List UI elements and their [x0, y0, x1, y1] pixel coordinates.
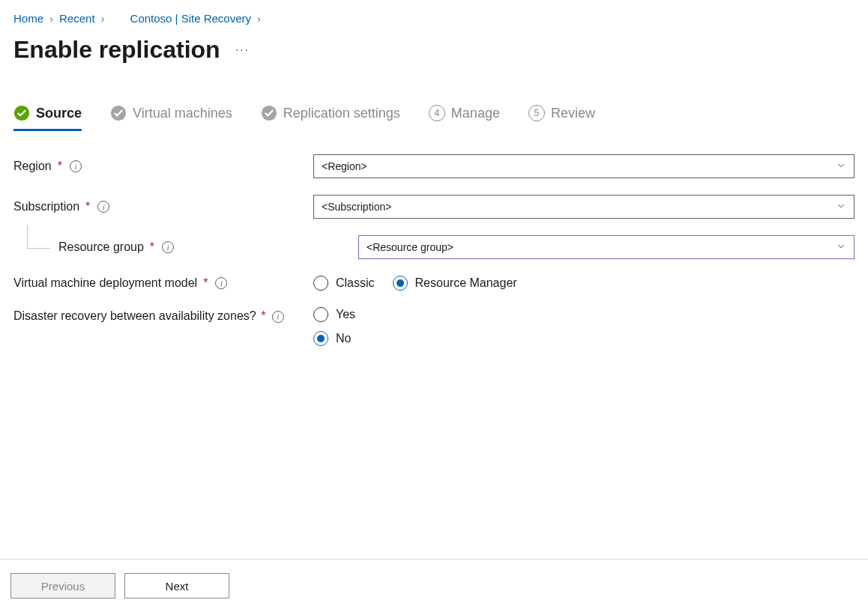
chevron-right-icon: › [256, 12, 262, 25]
step-manage-label: Manage [451, 106, 500, 121]
radio-icon [313, 276, 328, 291]
page-title: Enable replication [13, 36, 220, 64]
breadcrumb-home[interactable]: Home [13, 12, 43, 25]
chevron-down-icon [836, 241, 846, 254]
radio-classic-label: Classic [336, 276, 375, 290]
region-value: <Region> [322, 160, 367, 172]
radio-no-label: No [336, 332, 351, 345]
subscription-select[interactable]: <Subscription> [313, 195, 855, 219]
step-review[interactable]: 5 Review [528, 105, 595, 131]
resource-group-value: <Resource group> [367, 241, 453, 253]
resource-group-label: Resource group [58, 240, 144, 254]
info-icon[interactable]: i [215, 277, 227, 289]
chevron-down-icon [836, 201, 846, 213]
breadcrumb-recent[interactable]: Recent [59, 12, 95, 25]
info-icon[interactable]: i [97, 201, 109, 213]
radio-yes-label: Yes [336, 308, 355, 321]
deployment-model-label: Virtual machine deployment model [13, 276, 197, 290]
resource-group-select[interactable]: <Resource group> [358, 235, 855, 259]
region-select[interactable]: <Region> [313, 154, 855, 178]
step-vms-label: Virtual machines [133, 106, 232, 121]
radio-classic[interactable]: Classic [313, 276, 375, 291]
check-circle-icon [13, 105, 30, 121]
subscription-label: Subscription [13, 200, 79, 213]
breadcrumb: Home › Recent › Contoso | Site Recovery … [13, 7, 855, 28]
step-number-icon: 4 [429, 105, 445, 121]
radio-icon [393, 276, 408, 291]
chevron-down-icon [836, 160, 846, 173]
required-asterisk: * [85, 200, 90, 213]
step-manage[interactable]: 4 Manage [429, 105, 500, 131]
check-circle-icon [261, 105, 277, 121]
required-asterisk: * [203, 276, 208, 290]
radio-icon [313, 331, 328, 346]
radio-no[interactable]: No [313, 331, 351, 346]
radio-resource-manager[interactable]: Resource Manager [393, 276, 517, 291]
step-replication-settings[interactable]: Replication settings [261, 105, 400, 131]
required-asterisk: * [150, 240, 154, 254]
radio-icon [313, 307, 328, 322]
step-review-label: Review [551, 106, 595, 121]
radio-rm-label: Resource Manager [415, 276, 517, 290]
required-asterisk: * [261, 309, 265, 322]
step-replication-label: Replication settings [283, 106, 400, 121]
wizard-footer: Previous Next [10, 573, 229, 599]
check-circle-icon [110, 105, 127, 121]
breadcrumb-vault[interactable]: Contoso | Site Recovery [130, 12, 251, 25]
radio-yes[interactable]: Yes [313, 307, 355, 322]
dr-zones-label: Disaster recovery between availability z… [13, 309, 256, 322]
next-button[interactable]: Next [124, 573, 229, 599]
chevron-right-icon: › [100, 12, 106, 25]
dr-zones-radio-group: Yes No [313, 307, 855, 346]
step-number-icon: 5 [528, 105, 545, 121]
step-source[interactable]: Source [13, 105, 82, 131]
region-label: Region [13, 160, 52, 173]
previous-button: Previous [10, 573, 115, 599]
hierarchy-elbow-icon [27, 225, 50, 249]
footer-separator [0, 559, 868, 560]
wizard-steps: Source Virtual machines Replication sett… [13, 105, 855, 132]
info-icon[interactable]: i [272, 311, 284, 323]
deployment-model-radio-group: Classic Resource Manager [313, 276, 855, 291]
subscription-value: <Subscription> [322, 201, 391, 213]
info-icon[interactable]: i [70, 160, 82, 172]
chevron-right-icon: › [48, 12, 55, 25]
info-icon[interactable]: i [162, 241, 174, 253]
step-source-label: Source [36, 106, 82, 121]
required-asterisk: * [58, 160, 62, 173]
more-actions-icon[interactable]: ··· [235, 43, 250, 57]
step-virtual-machines[interactable]: Virtual machines [110, 105, 232, 131]
